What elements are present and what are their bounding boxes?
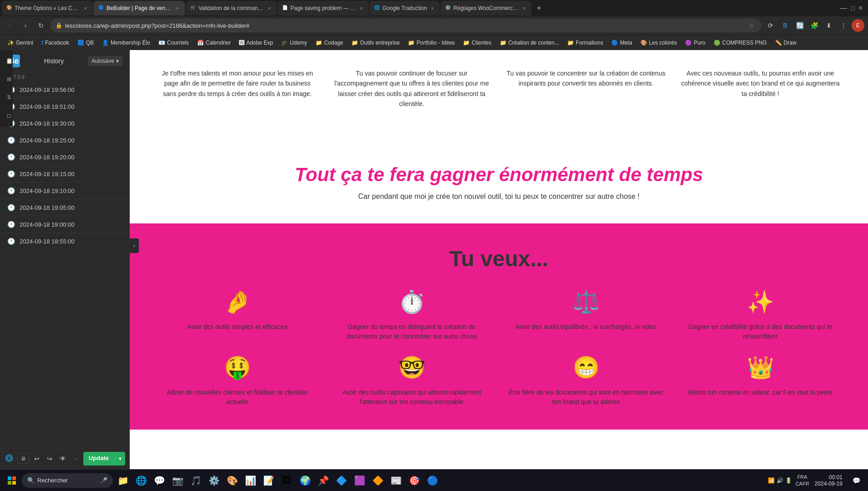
taskbar-app3[interactable]: ⚙️: [206, 472, 222, 489]
want-text-8: Mettre ton contenu en valeur, car il en …: [688, 389, 833, 396]
history-item-5[interactable]: 🕐 2024-09-18 19:20:00: [0, 149, 130, 166]
bookmark-courriels[interactable]: 📧 Courriels: [155, 38, 193, 47]
taskbar-app4[interactable]: 🎨: [224, 472, 240, 489]
downloads-icon[interactable]: ⬇: [822, 19, 835, 32]
forward-button[interactable]: ›: [19, 19, 32, 32]
tab-close-5[interactable]: ×: [429, 5, 436, 12]
bookmark-outils[interactable]: 📁 Outils entreprise: [348, 38, 403, 47]
tab-close-4[interactable]: ×: [358, 5, 365, 12]
tab-page-saving[interactable]: 📄 Page saving problem — Bethe... ×: [278, 1, 369, 15]
tab-bebuilder[interactable]: 🔵 BeBuilder | Page de vente – O... ×: [94, 1, 185, 15]
history-item-4[interactable]: 🕐 2024-09-18 19:25:00: [0, 132, 130, 149]
tab-close-6[interactable]: ×: [521, 5, 528, 12]
tab-close-3[interactable]: ×: [266, 5, 273, 12]
update-dropdown-button[interactable]: ▾: [114, 452, 125, 466]
bookmark-codage[interactable]: 📁 Codage: [312, 38, 347, 47]
maximize-button[interactable]: □: [851, 5, 854, 12]
transform-icon[interactable]: ⇅: [2, 90, 16, 105]
shapes-icon[interactable]: ◻: [2, 108, 16, 123]
bookmark-compress[interactable]: 🟢 COMPRESS PNG: [710, 38, 771, 47]
bookmark-meta[interactable]: 🔵 Meta: [608, 38, 636, 47]
bookmark-gemini[interactable]: ✨ Gemini: [4, 38, 37, 47]
undo-button[interactable]: ↩: [32, 452, 42, 465]
bookmark-draw[interactable]: ✏️ Draw: [772, 38, 800, 47]
history-item-2[interactable]: 🕐 2024-09-18 19:51:00: [0, 98, 130, 115]
autosave-button[interactable]: Autosave ▾: [88, 56, 122, 66]
back-button[interactable]: ‹: [4, 19, 16, 32]
history-item-6[interactable]: 🕐 2024-09-18 19:15:00: [0, 166, 130, 182]
bookmark-formations[interactable]: 📁 Formations: [563, 38, 607, 47]
history-item-7[interactable]: 🕐 2024-09-18 19:10:00: [0, 182, 130, 199]
browser-menu-icon[interactable]: ⋮: [837, 19, 850, 32]
taskbar-app14[interactable]: 🔵: [424, 472, 441, 489]
device-view-button[interactable]: 🖥: [17, 454, 29, 464]
tab-title-3: Validation de la commande – L...: [198, 5, 264, 11]
taskbar-app5[interactable]: 📊: [242, 472, 259, 489]
system-tray[interactable]: 📶 🔊 🔋: [768, 477, 792, 484]
address-bar[interactable]: 🔒 lescolores.ca/wp-admin/post.php?post=2…: [50, 19, 761, 32]
taskbar-app9[interactable]: 🔷: [333, 472, 350, 489]
bookmark-label: Clientes: [472, 40, 491, 46]
reload-button[interactable]: ↻: [35, 19, 47, 32]
taskbar-app8[interactable]: 📌: [315, 472, 331, 489]
minimize-button[interactable]: —: [840, 4, 847, 12]
profile-switcher-icon[interactable]: B: [779, 19, 792, 32]
taskbar-app7[interactable]: 🖼: [279, 472, 295, 489]
tab-reglages[interactable]: ⚙️ Réglages WooCommerce « Les... ×: [441, 1, 532, 15]
notifications-button[interactable]: 💬: [848, 472, 864, 489]
bookmark-membership[interactable]: 👤 Membership Élo: [98, 38, 154, 47]
taskbar-discord[interactable]: 💬: [151, 472, 168, 489]
grid-icon[interactable]: ⊞: [2, 72, 16, 86]
clock[interactable]: 00:01 2024-09-19: [813, 474, 844, 487]
bookmark-creation[interactable]: 📁 Création de conten...: [496, 38, 563, 47]
history-item-10[interactable]: 🕐 2024-09-18 18:55:00: [0, 233, 130, 250]
bookmark-label: Création de conten...: [508, 40, 559, 46]
extensions-puzzle-icon[interactable]: 🧩: [808, 19, 821, 32]
close-button[interactable]: ×: [858, 4, 863, 12]
sync-icon[interactable]: 🔄: [793, 19, 806, 32]
more-options-button[interactable]: ⋯: [71, 452, 81, 465]
tab-google-traduction[interactable]: 🌐 Google Traduction ×: [370, 1, 440, 15]
bookmark-qb[interactable]: 🟦 QB: [74, 38, 97, 47]
user-profile-icon[interactable]: E: [852, 19, 864, 32]
bookmark-puro[interactable]: 🟣 Puro: [681, 38, 709, 47]
taskbar-app1[interactable]: 📷: [169, 472, 186, 489]
start-button[interactable]: [4, 472, 20, 489]
bookmark-facebook[interactable]: f Facebook: [38, 38, 73, 47]
extensions-icon[interactable]: ⟳: [764, 19, 777, 32]
taskbar-app13[interactable]: 🎯: [406, 472, 422, 489]
tab-theme-options[interactable]: 🎨 Theme Options « Les Colorés – ×: [2, 1, 93, 15]
language-indicator[interactable]: FRA CAFR: [796, 474, 809, 487]
new-tab-button[interactable]: +: [533, 2, 545, 15]
history-item-8[interactable]: 🕐 2024-09-18 19:05:00: [0, 199, 130, 216]
wordpress-logo[interactable]: 🅦: [5, 452, 15, 465]
redo-button[interactable]: ↪: [45, 452, 55, 465]
tab-validation[interactable]: 🛒 Validation de la commande – L... ×: [186, 1, 277, 15]
tab-close-1[interactable]: ×: [82, 5, 89, 12]
bookmark-udemy[interactable]: 🎓 Udemy: [278, 38, 311, 47]
update-button[interactable]: Update: [83, 452, 114, 466]
bookmark-clientes[interactable]: 📁 Clientes: [459, 38, 495, 47]
bookmark-star-icon[interactable]: ☆: [747, 21, 756, 30]
taskbar-edge[interactable]: 🌐: [133, 472, 149, 489]
taskbar-app10[interactable]: 🟪: [351, 472, 368, 489]
layers-icon[interactable]: 📋: [2, 54, 16, 68]
bookmark-adobe[interactable]: 🅰 Adobe Exp: [235, 38, 277, 47]
history-item-1[interactable]: 🕐 2024-09-18 19:56:00: [0, 81, 130, 98]
taskbar-app6[interactable]: 📝: [260, 472, 277, 489]
taskbar-app2[interactable]: 🎵: [188, 472, 204, 489]
taskbar-app12[interactable]: 📰: [388, 472, 404, 489]
bookmark-calendrier[interactable]: 📅 Calendrier: [193, 38, 234, 47]
autosave-dropdown-icon: ▾: [116, 58, 119, 64]
taskbar-file-explorer[interactable]: 📁: [115, 472, 131, 489]
sidebar-collapse-button[interactable]: ‹: [130, 238, 139, 253]
history-item-3[interactable]: 🕐 2024-09-18 19:30:00: [0, 115, 130, 132]
bookmark-lescolores[interactable]: 🎨 Les colorés: [637, 38, 680, 47]
search-bar[interactable]: 🔍 Rechercher 🎤: [22, 473, 113, 488]
tab-close-2[interactable]: ×: [174, 5, 181, 12]
taskbar-chrome[interactable]: 🌍: [297, 472, 313, 489]
taskbar-app11[interactable]: 🔶: [370, 472, 386, 489]
eye-preview-button[interactable]: 👁: [58, 452, 68, 465]
history-item-9[interactable]: 🕐 2024-09-18 19:00:00: [0, 216, 130, 233]
bookmark-portfolio[interactable]: 📁 Portfolio - Idées: [404, 38, 458, 47]
